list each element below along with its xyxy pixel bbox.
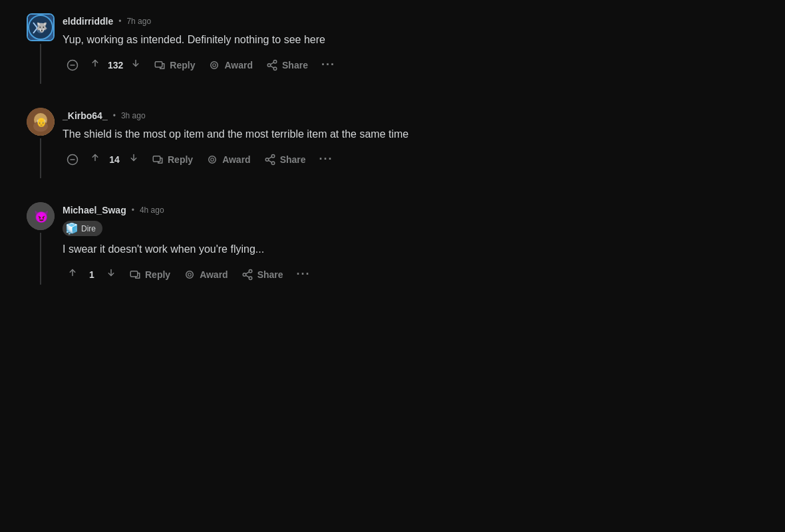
timestamp: 3h ago [121,111,146,120]
comment-content: _Kirbo64_ • 3h ago The shield is the mos… [63,108,758,178]
share-icon [264,154,276,166]
award-icon [206,154,218,166]
svg-point-36 [186,271,194,278]
flair-text: Dire [81,224,96,233]
comment-header: elddirriddle • 7h ago [63,16,758,27]
upvote-icon [89,152,101,164]
svg-rect-35 [130,271,138,276]
svg-point-37 [188,273,192,276]
comment-left-rail: 😈 [27,202,55,285]
downvote-button[interactable] [124,149,144,170]
upvote-icon [89,57,101,69]
award-icon [184,269,196,281]
downvote-icon [105,267,117,279]
share-button[interactable]: Share [259,151,311,168]
collapse-button[interactable] [63,151,82,168]
collapse-button[interactable] [63,57,82,74]
comment-item: 🐺 elddirriddle • 7h ago Yup, working as … [27,13,758,84]
svg-line-29 [268,160,271,162]
more-button[interactable]: ··· [316,55,341,74]
comment-header: _Kirbo64_ • 3h ago [63,110,758,121]
comment-item: 👴 _Kirbo64_ • 3h ago The shield is the m… [27,108,758,178]
thread-line [40,138,41,178]
svg-point-9 [213,63,216,66]
actions-row: 14 Reply [63,149,758,170]
svg-text:😈: 😈 [34,209,49,224]
svg-text:🐺: 🐺 [36,22,48,33]
svg-text:👴: 👴 [36,116,47,128]
comment-content: elddirriddle • 7h ago Yup, working as in… [63,13,758,84]
more-button[interactable]: ··· [291,265,316,284]
svg-rect-7 [156,61,163,66]
reply-button[interactable]: Reply [146,151,198,168]
dot-separator: • [118,17,121,26]
svg-line-30 [268,156,271,158]
reply-icon [152,154,164,166]
username: Michael_Swag [63,205,126,215]
share-icon [266,59,278,71]
more-button[interactable]: ··· [314,150,339,169]
vote-count: 14 [108,154,121,165]
flair-badge: 🧊 Dire [63,221,102,236]
svg-point-25 [211,158,214,161]
upvote-button[interactable] [85,55,105,75]
thread-line [40,44,41,84]
actions-row: 132 Reply [63,55,758,75]
upvote-button[interactable] [63,264,82,285]
username: elddirriddle [63,16,113,27]
timestamp: 4h ago [140,205,164,215]
actions-row: 1 Reply [63,264,758,285]
downvote-button[interactable] [126,55,146,75]
comment-item: 😈 Michael_Swag • 4h ago 🧊 Dire I swear i… [27,202,758,285]
share-icon [241,269,253,281]
comment-body: I swear it doesn't work when you're flyi… [63,241,758,257]
comment-body: Yup, working as intended. Definitely not… [63,32,758,48]
minus-icon [67,59,78,71]
svg-line-13 [270,66,273,68]
award-button[interactable]: Award [201,151,256,168]
reply-icon [129,269,141,281]
award-icon [208,59,220,71]
username: _Kirbo64_ [63,110,108,121]
svg-line-14 [270,62,273,64]
reply-button[interactable]: Reply [124,266,176,283]
downvote-icon [130,57,142,69]
downvote-button[interactable] [101,264,121,285]
upvote-icon [67,267,78,279]
avatar: 🐺 [27,13,55,41]
svg-point-24 [209,156,216,163]
flair-icon: 🧊 [65,222,78,235]
comments-list: 🐺 elddirriddle • 7h ago Yup, working as … [0,0,785,322]
avatar-image: 🐺 [28,15,53,40]
downvote-icon [128,152,140,164]
comment-left-rail: 👴 [27,108,55,178]
svg-rect-23 [153,156,160,161]
comment-body: The shield is the most op item and the m… [63,126,758,142]
dot-separator: • [132,205,134,215]
minus-icon [67,154,78,166]
vote-count: 132 [108,60,123,70]
upvote-button[interactable] [85,149,105,170]
svg-line-41 [245,275,249,277]
vote-count: 1 [85,269,98,280]
comment-content: Michael_Swag • 4h ago 🧊 Dire I swear it … [63,202,758,285]
avatar: 😈 [27,202,55,230]
svg-line-42 [245,271,249,273]
reply-button[interactable]: Reply [148,57,200,74]
share-button[interactable]: Share [236,266,289,283]
award-button[interactable]: Award [178,266,234,283]
svg-point-8 [211,61,218,68]
comment-header: Michael_Swag • 4h ago [63,205,758,215]
share-button[interactable]: Share [261,57,313,74]
award-button[interactable]: Award [203,57,258,74]
reply-icon [154,59,166,71]
dot-separator: • [113,111,116,120]
timestamp: 7h ago [126,17,151,26]
thread-line [40,233,41,285]
comment-left-rail: 🐺 [27,13,55,84]
avatar-image: 😈 [27,202,55,230]
avatar-image: 👴 [27,108,55,136]
avatar: 👴 [27,108,55,136]
